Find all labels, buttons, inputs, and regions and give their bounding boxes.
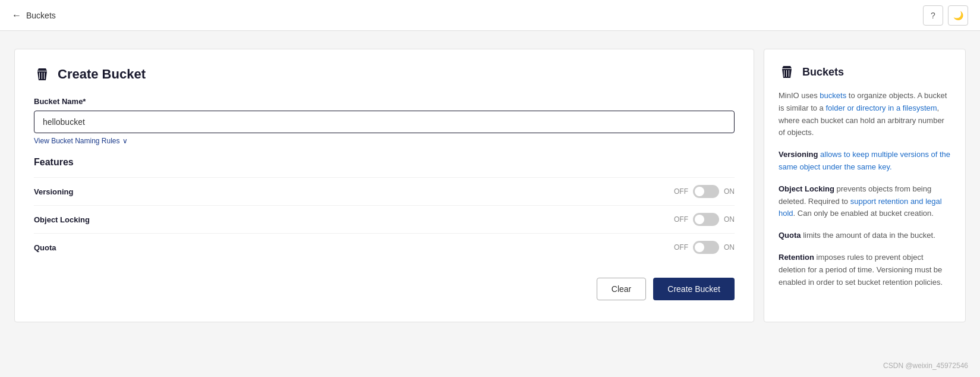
features-section-title: Features	[34, 157, 735, 168]
versioning-row: Versioning OFF ON	[34, 177, 735, 205]
object-locking-toggle[interactable]	[693, 213, 719, 226]
versioning-slider	[693, 185, 719, 198]
panel-header: Create Bucket	[34, 66, 735, 83]
versioning-on-label: ON	[724, 187, 735, 196]
nav-actions: ? 🌙	[923, 5, 968, 26]
quota-toggle-wrapper: OFF ON	[674, 241, 735, 254]
naming-rules-label: View Bucket Naming Rules	[34, 137, 120, 145]
object-locking-on-label: ON	[724, 215, 735, 224]
theme-toggle-button[interactable]: 🌙	[948, 5, 968, 26]
info-paragraph-1: MinIO uses buckets to organize objects. …	[779, 90, 951, 139]
panel-title: Create Bucket	[58, 67, 146, 82]
create-bucket-panel: Create Bucket Bucket Name* hellobucket V…	[14, 49, 754, 322]
bucket-name-label: Bucket Name*	[34, 97, 735, 106]
versioning-toggle[interactable]	[693, 185, 719, 198]
help-button[interactable]: ?	[923, 5, 943, 26]
bucket-icon	[34, 66, 51, 83]
object-locking-off-label: OFF	[674, 215, 688, 224]
quota-label: Quota	[34, 243, 56, 252]
info-bucket-icon	[779, 64, 795, 80]
quota-row: Quota OFF ON	[34, 233, 735, 261]
help-icon: ?	[931, 11, 935, 20]
info-panel: Buckets MinIO uses buckets to organize o…	[764, 49, 966, 322]
quota-off-label: OFF	[674, 243, 688, 252]
clear-button[interactable]: Clear	[597, 278, 646, 300]
back-arrow-icon: ←	[12, 10, 21, 21]
versioning-toggle-wrapper: OFF ON	[674, 185, 735, 198]
object-locking-row: Object Locking OFF ON	[34, 205, 735, 233]
info-panel-header: Buckets	[779, 64, 951, 80]
theme-icon: 🌙	[953, 11, 963, 20]
watermark: CSDN @weixin_45972546	[883, 362, 968, 370]
versioning-label: Versioning	[34, 187, 73, 196]
main-content: Create Bucket Bucket Name* hellobucket V…	[0, 31, 980, 340]
quota-on-label: ON	[724, 243, 735, 252]
object-locking-slider	[693, 213, 719, 226]
bucket-name-group: Bucket Name* hellobucket View Bucket Nam…	[34, 97, 735, 145]
back-navigation[interactable]: ← Buckets	[12, 10, 56, 21]
info-paragraph-2: Versioning allows to keep multiple versi…	[779, 149, 951, 174]
naming-rules-link[interactable]: View Bucket Naming Rules ∨	[34, 137, 735, 145]
quota-toggle[interactable]	[693, 241, 719, 254]
object-locking-label: Object Locking	[34, 215, 90, 224]
top-nav: ← Buckets ? 🌙	[0, 0, 980, 31]
bucket-name-input[interactable]: hellobucket	[34, 111, 735, 133]
object-locking-toggle-wrapper: OFF ON	[674, 213, 735, 226]
form-actions: Clear Create Bucket	[34, 278, 735, 300]
info-paragraph-4: Quota limits the amount of data in the b…	[779, 230, 951, 242]
quota-slider	[693, 241, 719, 254]
chevron-down-icon: ∨	[122, 137, 128, 145]
info-paragraph-3: Object Locking prevents objects from bei…	[779, 183, 951, 220]
nav-title: Buckets	[26, 11, 56, 20]
create-bucket-button[interactable]: Create Bucket	[653, 278, 735, 300]
versioning-off-label: OFF	[674, 187, 688, 196]
info-paragraph-5: Retention imposes rules to prevent objec…	[779, 252, 951, 288]
info-panel-title: Buckets	[802, 66, 844, 78]
